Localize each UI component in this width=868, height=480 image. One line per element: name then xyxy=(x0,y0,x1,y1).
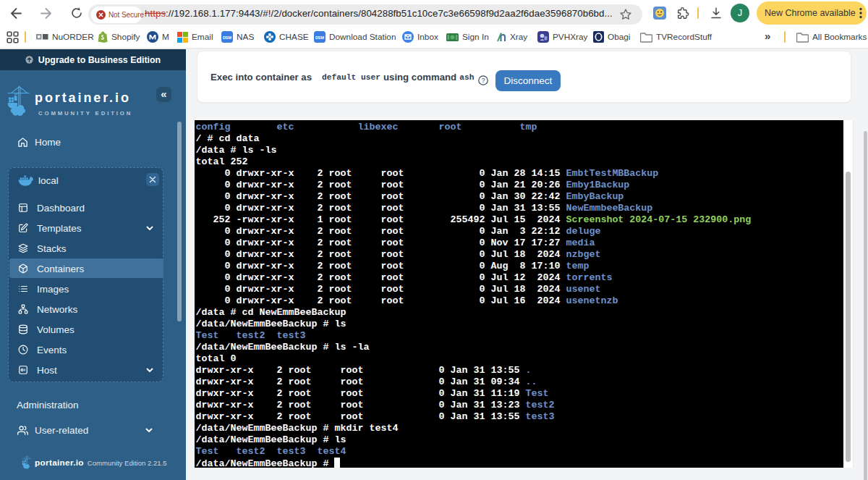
svg-text:DSM: DSM xyxy=(223,35,232,40)
svg-text:DSM: DSM xyxy=(315,35,325,40)
svg-text:?: ? xyxy=(482,77,485,84)
